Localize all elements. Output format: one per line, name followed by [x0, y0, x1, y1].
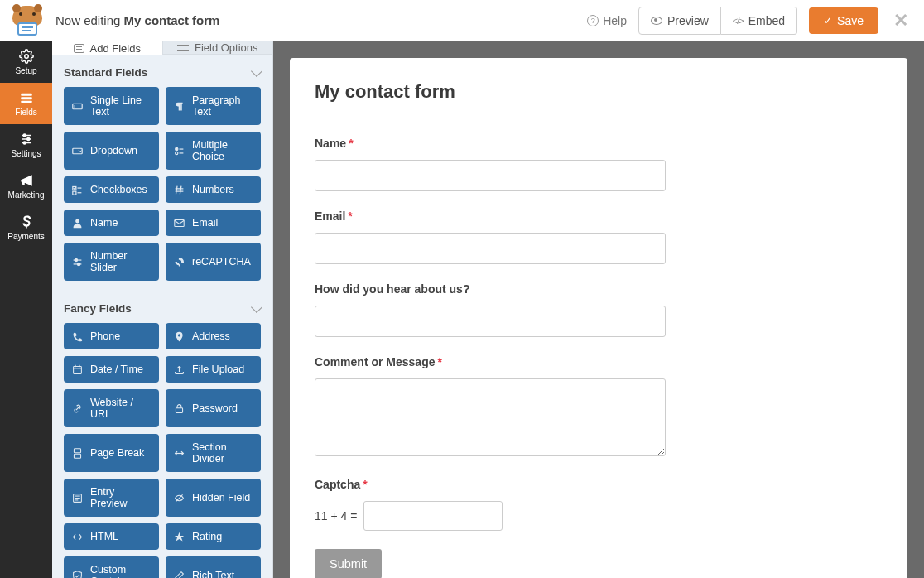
save-button[interactable]: ✓ Save: [809, 7, 878, 34]
field-password[interactable]: Password: [166, 389, 261, 427]
field-file-upload[interactable]: File Upload: [166, 356, 261, 383]
svg-point-7: [23, 134, 26, 137]
nav-item-marketing[interactable]: Marketing: [0, 166, 52, 207]
field-label: Name: [90, 217, 118, 229]
nav-item-payments[interactable]: Payments: [0, 207, 52, 248]
field-name[interactable]: Name: [64, 210, 159, 236]
top-bar: Now editing My contact form ? Help Previ…: [0, 0, 924, 41]
field-numbers[interactable]: Numbers: [166, 176, 261, 203]
field-label: Address: [192, 330, 230, 342]
nav-item-settings[interactable]: Settings: [0, 124, 52, 166]
field-label: Name*: [315, 137, 666, 150]
field-html[interactable]: HTML: [64, 523, 159, 550]
multi-icon: [174, 146, 185, 157]
canvas-wrap: My contact form Name*Email*How did you h…: [273, 41, 924, 578]
mail-icon: [174, 218, 185, 229]
field-multiple-choice[interactable]: Multiple Choice: [166, 132, 261, 170]
field-page-break[interactable]: Page Break: [64, 434, 159, 472]
field-address[interactable]: Address: [166, 323, 261, 349]
nav-item-setup[interactable]: Setup: [0, 41, 52, 83]
field-label: Entry Preview: [90, 486, 151, 509]
field-label: Phone: [90, 330, 120, 342]
field-checkboxes[interactable]: Checkboxes: [64, 176, 159, 203]
section-title: Fancy Fields: [64, 302, 132, 315]
section-header[interactable]: Standard Fields: [52, 55, 272, 87]
form-title: My contact form: [315, 81, 883, 118]
field-label: Hidden Field: [192, 492, 250, 503]
field-label: Paragraph Text: [192, 94, 253, 118]
form-field[interactable]: Name*: [315, 137, 666, 191]
field-custom-captcha[interactable]: Custom Captcha: [64, 556, 159, 578]
nav-label: Payments: [7, 232, 44, 241]
svg-rect-36: [176, 407, 182, 412]
svg-rect-3: [21, 101, 32, 103]
required-asterisk: *: [437, 355, 441, 368]
section-header[interactable]: Fancy Fields: [52, 291, 272, 323]
nav-label: Marketing: [8, 190, 45, 200]
preview-button[interactable]: Preview: [638, 7, 721, 35]
user-icon: [72, 218, 83, 229]
close-icon[interactable]: ✕: [890, 10, 912, 31]
text-input[interactable]: [315, 160, 666, 191]
field-date-time[interactable]: Date / Time: [64, 356, 159, 383]
cal-icon: [72, 364, 83, 375]
text-input[interactable]: [315, 233, 666, 264]
text-input[interactable]: [315, 306, 666, 337]
required-asterisk: *: [349, 137, 353, 150]
field-hidden-field[interactable]: Hidden Field: [166, 479, 261, 517]
form-field[interactable]: Comment or Message*: [315, 355, 666, 460]
tab-field-options[interactable]: Field Options: [163, 41, 273, 55]
field-label: reCAPTCHA: [192, 256, 251, 267]
field-phone[interactable]: Phone: [64, 323, 159, 349]
hidden-icon: [174, 493, 185, 503]
embed-button[interactable]: </> Embed: [721, 7, 797, 35]
submit-button[interactable]: Submit: [315, 549, 382, 578]
field-single-line-text[interactable]: Single Line Text: [64, 87, 159, 125]
help-icon: ?: [587, 15, 599, 26]
field-label: Number Slider: [90, 250, 151, 273]
field-rich-text[interactable]: Rich Text: [166, 556, 261, 578]
tab-add-fields[interactable]: Add Fields: [52, 41, 163, 55]
required-asterisk: *: [348, 210, 352, 223]
field-website-url[interactable]: Website / URL: [64, 389, 159, 427]
field-recaptcha[interactable]: reCAPTCHA: [166, 243, 261, 281]
chevron-down-icon: [251, 301, 262, 312]
field-entry-preview[interactable]: Entry Preview: [64, 479, 159, 517]
svg-point-31: [78, 263, 80, 265]
lock-icon: [174, 403, 185, 414]
logo: [12, 6, 42, 36]
field-label: Section Divider: [192, 441, 253, 465]
form-field[interactable]: Captcha*11 + 4 =: [315, 478, 666, 531]
svg-rect-27: [175, 219, 184, 226]
field-number-slider[interactable]: Number Slider: [64, 243, 159, 281]
star-icon: [174, 532, 185, 542]
form-field[interactable]: Email*: [315, 210, 666, 264]
svg-rect-37: [74, 448, 80, 452]
field-label: Rating: [192, 531, 222, 542]
help-link[interactable]: ? Help: [587, 14, 627, 27]
field-label: Dropdown: [90, 145, 137, 157]
field-section-divider[interactable]: Section Divider: [166, 434, 261, 472]
field-label: How did you hear about us?: [315, 282, 666, 296]
field-label: Date / Time: [90, 364, 143, 375]
svg-rect-32: [74, 366, 82, 373]
field-label: Website / URL: [90, 397, 151, 420]
drop-icon: [72, 146, 83, 157]
field-rating[interactable]: Rating: [166, 523, 261, 550]
field-dropdown[interactable]: Dropdown: [64, 132, 159, 170]
section-title: Standard Fields: [64, 66, 147, 79]
field-label: Custom Captcha: [90, 564, 151, 578]
field-label: Password: [192, 402, 238, 414]
field-email[interactable]: Email: [166, 210, 261, 236]
field-paragraph-text[interactable]: Paragraph Text: [166, 87, 261, 125]
form-field[interactable]: How did you hear about us?: [315, 282, 666, 337]
edit-icon: [174, 571, 185, 579]
textarea-input[interactable]: [315, 378, 666, 456]
divider-icon: [174, 448, 185, 459]
field-label: Numbers: [192, 184, 234, 195]
grid-icon: [74, 44, 84, 53]
nav-item-fields[interactable]: Fields: [0, 83, 52, 124]
captcha-input[interactable]: [363, 501, 503, 531]
upload-icon: [174, 364, 185, 375]
field-label: File Upload: [192, 364, 244, 375]
